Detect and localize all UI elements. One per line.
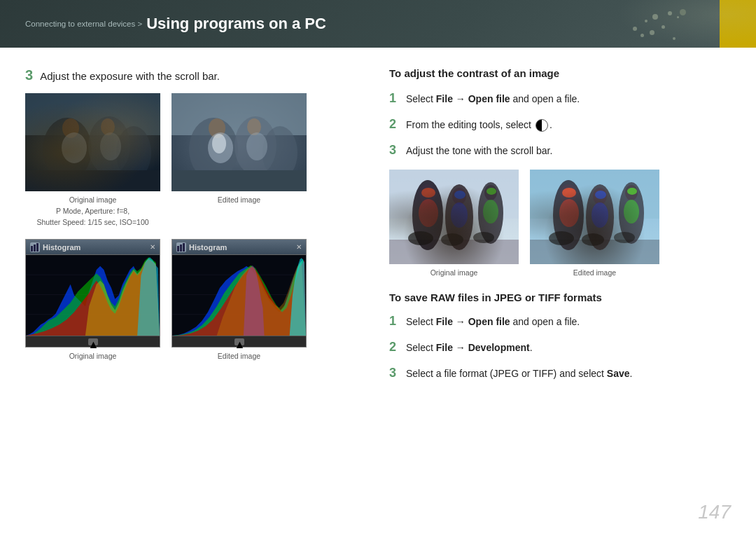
svg-point-20 (212, 134, 226, 153)
raw-development-bold: Development (468, 342, 530, 353)
svg-point-58 (586, 184, 614, 250)
edited-photo-svg (172, 93, 307, 191)
svg-point-8 (62, 132, 87, 163)
svg-rect-54 (530, 170, 659, 219)
svg-point-38 (412, 180, 443, 250)
svg-point-66 (595, 191, 606, 199)
histogram-close-2[interactable]: ✕ (296, 243, 302, 251)
svg-rect-37 (389, 240, 519, 264)
bike-original-svg (389, 170, 519, 264)
histogram-svg-1 (26, 255, 160, 336)
svg-point-69 (592, 202, 608, 228)
raw-step3-text: Select a file format (JPEG or TIFF) and … (406, 366, 632, 381)
histogram-titlebar-2: Histogram ✕ (172, 240, 306, 255)
svg-rect-15 (172, 170, 307, 191)
raw-steps: 1 Select File → Open file and open a fil… (389, 312, 731, 383)
contrast-step3: 3 Adjust the tone with the scroll bar. (389, 141, 731, 160)
raw-step1-text: Select File → Open file and open a file. (406, 315, 580, 329)
svg-point-59 (593, 188, 607, 205)
original-exposure-photo (25, 93, 160, 191)
svg-rect-35 (389, 170, 519, 264)
svg-point-7 (101, 118, 115, 135)
svg-point-41 (452, 188, 466, 205)
edited-histogram-wrapper: Histogram ✕ (172, 239, 307, 362)
page-number: 147 (698, 501, 731, 523)
histogram-scrollbar-1[interactable]: ▲ (26, 336, 160, 347)
histogram-scroll-thumb-1[interactable]: ▲ (88, 338, 98, 345)
svg-rect-21 (31, 246, 33, 252)
bike-original-photo (389, 170, 519, 264)
page-header: Connecting to external devices > Using p… (0, 0, 756, 48)
svg-point-3 (88, 116, 130, 175)
contrast-step1-num: 1 (389, 89, 400, 108)
svg-point-9 (100, 132, 121, 160)
bike-original-caption: Original image (430, 268, 478, 279)
svg-point-42 (478, 182, 503, 244)
openfile-bold: Open file (468, 93, 510, 104)
breadcrumb: Connecting to external devices > (25, 20, 142, 28)
contrast-photo-pair: Original image (389, 170, 731, 279)
step3-number: 3 (25, 67, 33, 83)
histogram-canvas-2 (172, 255, 306, 336)
contrast-icon (536, 119, 548, 132)
raw-openfile-bold: Open file (468, 316, 510, 327)
right-column: To adjust the contrast of an image 1 Sel… (389, 67, 731, 522)
svg-point-40 (445, 184, 473, 250)
page-title: Using programs on a PC (146, 15, 326, 33)
raw-step1-num: 1 (389, 312, 400, 331)
svg-point-51 (451, 202, 468, 228)
svg-point-45 (441, 233, 463, 246)
contrast-step1-text: Select File → Open file and open a file. (406, 92, 580, 106)
svg-point-67 (627, 188, 637, 195)
svg-point-2 (43, 118, 92, 181)
histogram-edited-caption: Edited image (218, 351, 260, 362)
contrast-step3-num: 3 (389, 141, 400, 160)
original-photo-caption: Original image P Mode, Aperture: f=8, Sh… (36, 195, 148, 228)
gold-accent (720, 0, 756, 48)
svg-rect-30 (183, 243, 185, 252)
svg-point-50 (419, 199, 438, 227)
contrast-step3-text: Adjust the tone with the scroll bar. (406, 144, 552, 158)
edited-photo-caption: Edited image (218, 195, 260, 206)
svg-point-63 (582, 233, 604, 246)
raw-step2: 2 Select File → Development. (389, 338, 731, 357)
bike-edited-wrapper: Edited image (530, 170, 659, 279)
histogram-icon-1 (30, 242, 40, 252)
histogram-canvas-1 (26, 255, 160, 336)
svg-point-62 (549, 231, 574, 245)
raw-file-bold2: File (436, 342, 453, 353)
step3-text: Adjust the exposure with the scroll bar. (40, 70, 220, 82)
svg-point-65 (562, 188, 576, 198)
svg-rect-36 (389, 170, 519, 219)
svg-rect-22 (34, 245, 36, 252)
raw-step2-num: 2 (389, 338, 400, 357)
svg-point-70 (624, 200, 639, 224)
raw-step3: 3 Select a file format (JPEG or TIFF) an… (389, 364, 731, 383)
svg-rect-29 (180, 245, 182, 252)
svg-point-64 (614, 232, 635, 243)
original-histogram: Histogram ✕ (25, 239, 160, 348)
edited-photo-wrapper: Edited image (172, 93, 307, 228)
histogram-close-1[interactable]: ✕ (150, 243, 155, 251)
bike-edited-caption: Edited image (573, 268, 616, 279)
svg-point-47 (421, 188, 435, 198)
svg-point-4 (116, 126, 151, 179)
svg-point-52 (483, 200, 498, 224)
svg-point-44 (408, 231, 433, 245)
contrast-step2: 2 From the editing tools, select . (389, 115, 731, 134)
raw-save-bold: Save (607, 368, 630, 379)
bike-edited-photo (530, 170, 659, 264)
histogram-svg-2 (172, 255, 306, 336)
left-column: 3 Adjust the exposure with the scroll ba… (25, 67, 361, 522)
raw-step3-num: 3 (389, 364, 400, 383)
svg-point-57 (560, 184, 577, 204)
bike-original-wrapper: Original image (389, 170, 519, 279)
contrast-step2-num: 2 (389, 115, 400, 134)
edited-histogram: Histogram ✕ (172, 239, 307, 348)
histogram-scroll-thumb-2[interactable]: ▲ (234, 338, 244, 345)
contrast-step1: 1 Select File → Open file and open a fil… (389, 89, 731, 108)
svg-rect-0 (25, 93, 160, 191)
histogram-scrollbar-2[interactable]: ▲ (172, 336, 306, 347)
exposure-photo-pair: Original image P Mode, Aperture: f=8, Sh… (25, 93, 361, 228)
contrast-steps: 1 Select File → Open file and open a fil… (389, 89, 731, 160)
